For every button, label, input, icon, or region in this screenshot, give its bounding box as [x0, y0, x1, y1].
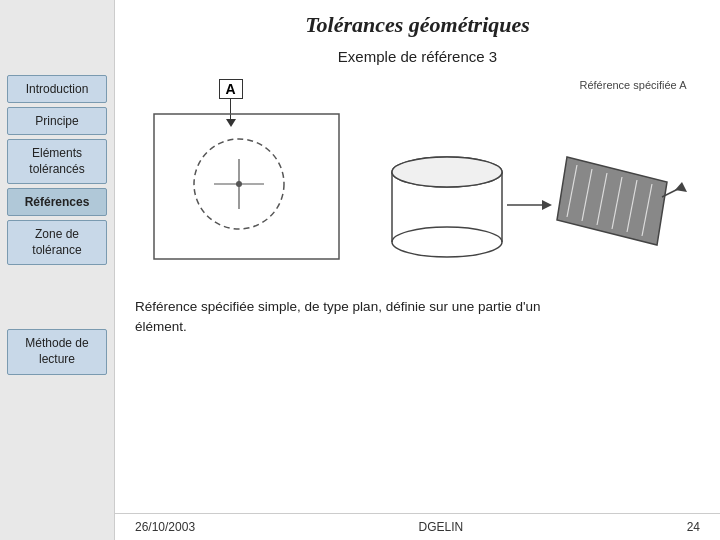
right-diagram: Référence spécifiée A [367, 79, 687, 269]
svg-point-4 [236, 181, 242, 187]
label-a: A [219, 79, 243, 99]
svg-point-5 [392, 227, 502, 257]
sidebar: Introduction Principe Eléments tolérancé… [0, 0, 115, 540]
left-diagram-svg [149, 109, 344, 264]
sidebar-item-zone[interactable]: Zone de tolérance [7, 220, 107, 265]
sidebar-item-references[interactable]: Références [7, 188, 107, 216]
main-content: Tolérances géométriques Exemple de référ… [115, 0, 720, 540]
footer-date: 26/10/2003 [135, 520, 195, 534]
page-title: Tolérances géométriques [135, 12, 700, 38]
footer: 26/10/2003 DGELIN 24 [115, 513, 720, 540]
right-diagram-svg [367, 97, 687, 267]
diagram-area: A Référence spécifiée A [135, 79, 700, 279]
svg-marker-11 [542, 200, 552, 210]
sidebar-item-elements[interactable]: Eléments tolérancés [7, 139, 107, 184]
svg-marker-20 [675, 182, 687, 192]
ref-label: Référence spécifiée A [579, 79, 686, 91]
sidebar-item-methode[interactable]: Méthode de lecture [7, 329, 107, 374]
sidebar-item-introduction[interactable]: Introduction [7, 75, 107, 103]
description-text: Référence spécifiée simple, de type plan… [135, 297, 700, 338]
sidebar-item-principe[interactable]: Principe [7, 107, 107, 135]
svg-rect-0 [154, 114, 339, 259]
footer-author: DGELIN [419, 520, 464, 534]
svg-marker-12 [557, 157, 667, 245]
footer-page-number: 24 [687, 520, 700, 534]
svg-point-9 [392, 157, 502, 187]
section-title: Exemple de référence 3 [135, 48, 700, 65]
left-diagram: A [149, 79, 349, 269]
